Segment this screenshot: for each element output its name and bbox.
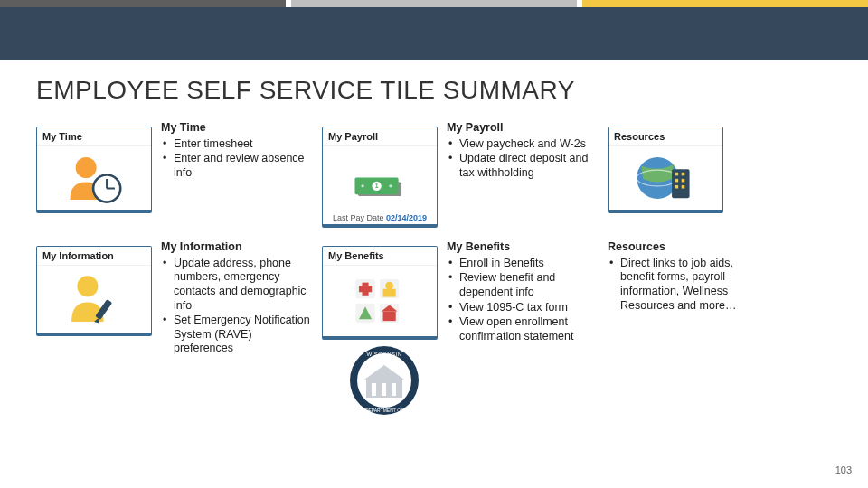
svg-rect-36 bbox=[382, 383, 386, 396]
list-item: •Update direct deposit and tax withholdi… bbox=[448, 152, 600, 180]
desc-resources: Resources •Direct links to job aids, ben… bbox=[608, 240, 752, 314]
tile-header: My Information bbox=[37, 247, 151, 266]
list-item: •View 1095-C tax form bbox=[448, 301, 600, 315]
tile-my-benefits: My Benefits bbox=[322, 246, 438, 340]
globe-building-icon bbox=[609, 146, 722, 209]
svg-rect-37 bbox=[392, 383, 396, 396]
desc-list: •Direct links to job aids, benefit forms… bbox=[608, 257, 752, 314]
footer-value: 02/14/2019 bbox=[386, 213, 427, 222]
list-item: •View paycheck and W-2s bbox=[448, 137, 600, 152]
svg-point-19 bbox=[77, 276, 98, 296]
tile-header: Resources bbox=[609, 127, 722, 146]
tile-body bbox=[609, 146, 722, 209]
svg-rect-18 bbox=[682, 184, 685, 188]
svg-rect-13 bbox=[675, 172, 679, 175]
desc-title: My Benefits bbox=[447, 240, 600, 255]
benefits-grid-icon bbox=[323, 266, 437, 335]
tile-resources: Resources bbox=[608, 127, 723, 213]
desc-list: •View paycheck and W-2s •Update direct d… bbox=[447, 137, 600, 181]
row-2: My Information My Information bbox=[36, 240, 832, 421]
cash-stack-icon: 1 bbox=[323, 146, 437, 223]
svg-rect-17 bbox=[675, 184, 679, 188]
footer-label: Last Pay Date bbox=[333, 213, 384, 222]
svg-rect-26 bbox=[383, 288, 396, 296]
svg-rect-24 bbox=[359, 286, 372, 292]
list-item: •View open enrollment confirmation state… bbox=[448, 315, 600, 343]
banner-dark bbox=[0, 7, 868, 60]
desc-list: •Enter timesheet •Enter and review absen… bbox=[161, 137, 315, 181]
tile-my-time: My Time bbox=[36, 127, 152, 213]
tile-body bbox=[37, 146, 151, 209]
desc-my-benefits: My Benefits •Enroll in Benefits •Review … bbox=[447, 240, 600, 344]
tile-header: My Time bbox=[37, 127, 151, 146]
desc-list: •Enroll in Benefits •Review benefit and … bbox=[447, 257, 600, 344]
svg-point-27 bbox=[385, 281, 393, 289]
tile-body: 1 bbox=[323, 146, 437, 223]
desc-title: Resources bbox=[608, 240, 752, 255]
tile-footer: Last Pay Date 02/14/2019 bbox=[323, 213, 437, 222]
content: My Time My Time bbox=[0, 114, 868, 421]
desc-title: My Time bbox=[161, 121, 315, 136]
page-number: 103 bbox=[835, 465, 852, 475]
col-benefits: My Benefits bbox=[322, 240, 447, 421]
svg-text:DEPARTMENT OF: DEPARTMENT OF bbox=[365, 408, 403, 413]
department-seal-icon: WISCONSIN DEPARTMENT OF ADMINISTRATION bbox=[339, 340, 429, 421]
svg-rect-15 bbox=[675, 178, 679, 182]
row-1: My Time My Time bbox=[36, 121, 832, 228]
person-edit-icon bbox=[37, 266, 151, 332]
title-wrap: EMPLOYEE SELF SERVICE TILE SUMMARY bbox=[0, 60, 868, 114]
list-item: •Enroll in Benefits bbox=[448, 257, 600, 271]
page-title: EMPLOYEE SELF SERVICE TILE SUMMARY bbox=[36, 76, 832, 105]
svg-point-0 bbox=[76, 156, 97, 177]
tile-header: My Payroll bbox=[323, 127, 437, 146]
stripe-dark bbox=[0, 0, 286, 7]
tile-body bbox=[37, 266, 151, 332]
list-item: •Set Emergency Notification System (RAVE… bbox=[163, 314, 315, 356]
svg-rect-14 bbox=[682, 172, 685, 175]
desc-my-information: My Information •Update address, phone nu… bbox=[161, 240, 315, 357]
tile-header: My Benefits bbox=[323, 247, 437, 266]
tile-body bbox=[323, 266, 437, 335]
svg-text:1: 1 bbox=[375, 183, 379, 189]
list-item: •Enter and review absence info bbox=[163, 152, 315, 180]
list-item: •Update address, phone numbers, emergenc… bbox=[163, 257, 315, 314]
stripe-gold bbox=[582, 0, 868, 7]
top-stripes bbox=[0, 0, 868, 7]
svg-rect-16 bbox=[682, 178, 685, 182]
tile-my-information: My Information bbox=[36, 246, 152, 336]
list-item: •Enter timesheet bbox=[163, 137, 315, 152]
svg-text:WISCONSIN: WISCONSIN bbox=[366, 352, 401, 357]
desc-my-payroll: My Payroll •View paycheck and W-2s •Upda… bbox=[447, 121, 600, 182]
desc-title: My Information bbox=[161, 240, 315, 255]
desc-title: My Payroll bbox=[447, 121, 600, 136]
tile-my-payroll: My Payroll 1 Last Pay Date bbox=[322, 127, 438, 228]
svg-text:ADMINISTRATION: ADMINISTRATION bbox=[365, 414, 404, 419]
person-clock-icon bbox=[37, 146, 151, 209]
desc-list: •Update address, phone numbers, emergenc… bbox=[161, 257, 315, 356]
svg-rect-30 bbox=[383, 311, 396, 321]
list-item: •Direct links to job aids, benefit forms… bbox=[609, 257, 752, 314]
slide: EMPLOYEE SELF SERVICE TILE SUMMARY My Ti… bbox=[0, 0, 868, 488]
svg-point-9 bbox=[389, 184, 392, 187]
list-item: •Review benefit and dependent info bbox=[448, 271, 600, 299]
stripe-gray bbox=[291, 0, 577, 7]
svg-point-8 bbox=[361, 184, 363, 187]
svg-rect-12 bbox=[672, 169, 689, 198]
svg-rect-35 bbox=[372, 383, 376, 396]
desc-my-time: My Time •Enter timesheet •Enter and revi… bbox=[161, 121, 315, 182]
